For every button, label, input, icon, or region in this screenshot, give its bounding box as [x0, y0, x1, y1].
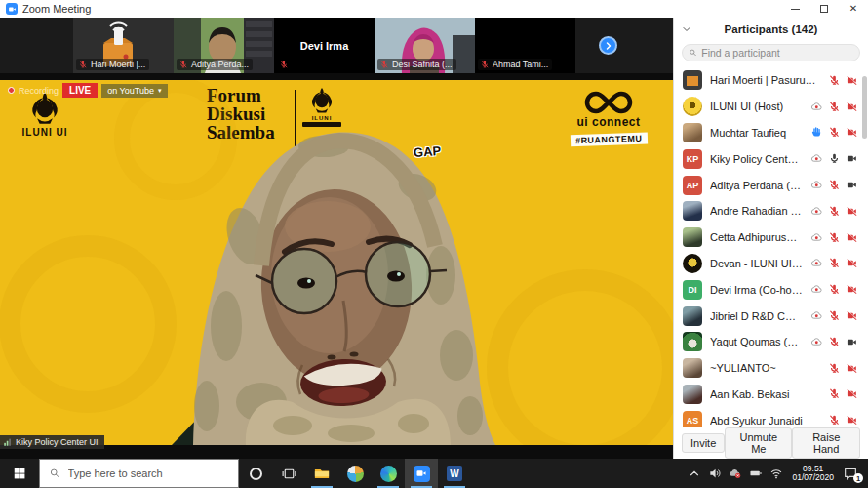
next-videos-button[interactable]: [599, 36, 617, 55]
onedrive-error-icon[interactable]: [729, 467, 742, 480]
participant-row[interactable]: AS Abd Syukur Junaidi: [674, 407, 868, 427]
camera-off-icon: [846, 257, 858, 269]
chevron-up-icon[interactable]: [688, 467, 701, 480]
cloud-recording-icon: [810, 309, 823, 322]
participant-row[interactable]: ILUNI UI (Host): [674, 94, 868, 120]
mic-muted-icon: [828, 126, 841, 139]
video-tile-devi[interactable]: Devi Irma: [274, 18, 375, 73]
participant-row[interactable]: Hari Moerti | Pasuruan (Me): [674, 67, 868, 94]
tile-name-chip: Desi Safnita (...: [377, 59, 456, 70]
tile-mute-chip: [277, 59, 293, 70]
mic-muted-icon: [828, 74, 841, 87]
participant-name: Devi Irma (Co-host): [710, 284, 803, 296]
mic-muted-icon: [828, 414, 841, 427]
participant-row[interactable]: Aan Kab. Bekasi: [674, 382, 868, 408]
wifi-icon[interactable]: [769, 467, 783, 480]
raise-hand-button[interactable]: Raise Hand: [792, 427, 860, 459]
word-icon: W: [447, 466, 462, 481]
unmute-me-button[interactable]: Unmute Me: [725, 427, 792, 459]
participant-row[interactable]: ~YULIANTO~: [674, 355, 868, 382]
cloud-recording-icon: [810, 152, 823, 165]
youtube-badge[interactable]: on YouTube ▾: [101, 84, 167, 98]
signal-bars-icon: [3, 437, 13, 447]
logo-divider: [295, 90, 296, 150]
task-view-button[interactable]: [272, 459, 305, 488]
mic-muted-icon: [828, 101, 841, 113]
taskbar-search-box[interactable]: [39, 459, 239, 488]
mic-muted-icon: [828, 362, 841, 375]
mic-muted-icon: [828, 283, 841, 296]
iluni-logo-text: ILUNI UI: [14, 127, 76, 138]
file-explorer-button[interactable]: [305, 459, 338, 488]
hashtag-ribbon: #RUANGTEMU: [571, 133, 648, 147]
video-tile-hari[interactable]: Hari Moerti |...: [73, 18, 174, 73]
participant-row[interactable]: AP Aditya Perdana (Co-host): [674, 172, 868, 198]
avatar: [683, 97, 702, 116]
cloud-recording-icon: [810, 101, 823, 113]
taskbar-search-input[interactable]: [68, 468, 229, 479]
zoom-taskbar-button[interactable]: [405, 459, 438, 488]
cloud-recording-icon: [810, 257, 823, 269]
maximize-button[interactable]: [809, 0, 839, 18]
participant-row[interactable]: KP Kiky Policy Center... (Co-host): [674, 145, 868, 172]
close-button[interactable]: ✕: [839, 0, 868, 18]
ui-connect-logo: ui connect #RUANGTEMU: [570, 90, 648, 146]
search-icon: [49, 467, 61, 480]
cortana-button[interactable]: [239, 459, 272, 488]
video-tile-aditya[interactable]: Aditya Perda...: [174, 18, 274, 73]
participant-row[interactable]: Muchtar Taufieq: [674, 120, 868, 146]
taskbar-clock[interactable]: 09.51 01/07/2020: [790, 465, 836, 483]
caret-down-icon: ▾: [158, 87, 162, 95]
minimize-button[interactable]: [780, 0, 809, 18]
avatar: [683, 332, 702, 351]
start-button[interactable]: [0, 459, 39, 488]
participant-row[interactable]: Andre Rahadian (Co-host): [674, 198, 868, 224]
active-speaker-stage: Recording LIVE on YouTube ▾ ILUNI UI For…: [0, 73, 673, 459]
live-badge: LIVE: [62, 83, 98, 98]
mic-muted-icon: [828, 231, 841, 244]
participant-row[interactable]: DI Devi Irma (Co-host): [674, 276, 868, 303]
mic-on-icon: [828, 152, 841, 165]
word-button[interactable]: W: [438, 459, 471, 488]
battery-icon[interactable]: [749, 467, 763, 480]
camera-off-icon: [846, 414, 858, 427]
chevron-down-icon[interactable]: [681, 23, 692, 35]
avatar: [683, 227, 702, 247]
video-tile-ahmad[interactable]: Ahmad Tami...: [475, 18, 575, 73]
avatar: [683, 385, 702, 404]
participant-name: Jibriel D R&D CR... (Co-host): [710, 310, 803, 322]
forum-diskusi-salemba-title: Forum Diskusi Salemba: [207, 86, 275, 142]
globe-icon: [347, 466, 364, 482]
speaker-name-label: Kiky Policy Center UI: [0, 435, 104, 449]
infinity-icon: [582, 90, 635, 115]
edge-button[interactable]: [372, 459, 405, 488]
participant-row[interactable]: Cetta Adhipurusa (Co-host): [674, 224, 868, 251]
participant-row[interactable]: Devan - ILUNI UI (Co-host): [674, 251, 868, 277]
participant-name: Aan Kab. Bekasi: [710, 388, 820, 400]
mic-muted-icon: [828, 205, 841, 218]
browser-globe-button[interactable]: [338, 459, 372, 488]
tile-name-chip: Hari Moerti |...: [76, 59, 149, 70]
participant-row[interactable]: Yaqut Qoumas (Co-host): [674, 329, 868, 355]
participant-search-box[interactable]: [682, 44, 860, 61]
cloud-recording-icon: [810, 231, 823, 244]
invite-button[interactable]: Invite: [682, 433, 725, 453]
participant-row[interactable]: Jibriel D R&D CR... (Co-host): [674, 303, 868, 329]
avatar: [683, 123, 702, 142]
mic-muted-icon: [480, 60, 490, 69]
avatar: [683, 70, 702, 90]
search-input[interactable]: [701, 47, 853, 59]
partial-sponsor-logo: GAP: [414, 143, 442, 160]
chevron-right-icon: [603, 40, 614, 52]
folder-icon: [313, 465, 331, 482]
speaker-icon[interactable]: [708, 467, 722, 480]
camera-off-icon: [846, 74, 858, 87]
makara-emblem-icon: [307, 86, 336, 115]
action-center-button[interactable]: 1: [843, 466, 860, 481]
avatar: KP: [683, 149, 702, 169]
participant-name: Abd Syukur Junaidi: [710, 415, 820, 427]
speaker-name: Kiky Policy Center UI: [16, 437, 99, 447]
mic-muted-icon: [828, 179, 841, 191]
panel-scrollbar[interactable]: [862, 76, 867, 139]
video-tile-desi[interactable]: Desi Safnita (...: [375, 18, 475, 73]
